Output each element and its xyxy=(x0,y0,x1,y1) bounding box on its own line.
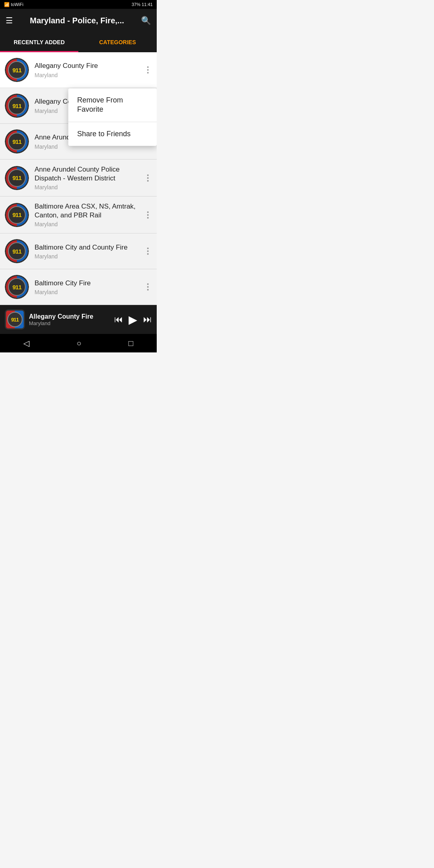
now-playing-text: Allegany County Fire Maryland xyxy=(29,313,110,326)
now-playing-title: Allegany County Fire xyxy=(29,313,110,320)
tab-categories[interactable]: CATEGORIES xyxy=(78,32,157,52)
status-left: 📶 toWiFi xyxy=(4,2,23,7)
item-text: Allegany County Fire Maryland xyxy=(35,61,144,78)
tab-categories-label: CATEGORIES xyxy=(99,39,136,45)
home-button[interactable]: ○ xyxy=(68,336,89,351)
share-friends-button[interactable]: Share to Friends xyxy=(68,122,157,146)
scanner-icon: 911 xyxy=(5,58,29,82)
nav-bar: ◁ ○ □ xyxy=(0,334,157,352)
play-button[interactable]: ▶ xyxy=(129,313,137,326)
signal-text: toWiFi xyxy=(11,2,23,7)
context-menu: Remove From Favorite Share to Friends xyxy=(68,88,157,146)
menu-icon[interactable]: ☰ xyxy=(6,16,13,25)
item-subtitle: Maryland xyxy=(35,72,144,78)
next-button[interactable]: ⏭ xyxy=(143,314,152,325)
scanner-list: 911 Allegany County Fire Maryland Remove… xyxy=(0,52,157,305)
tab-recently-added[interactable]: RECENTLY ADDED xyxy=(0,32,78,52)
now-playing-bar: 911 Allegany County Fire Maryland ⏮ ▶ ⏭ xyxy=(0,305,157,334)
wifi-icon: 📶 xyxy=(4,2,10,7)
more-options-button[interactable] xyxy=(144,63,152,77)
status-right-text: 37% 11:41 xyxy=(131,2,153,7)
status-bar: 📶 toWiFi 37% 11:41 xyxy=(0,0,157,9)
back-button[interactable]: ◁ xyxy=(15,335,37,351)
recent-apps-button[interactable]: □ xyxy=(120,336,141,351)
page-title: Maryland - Police, Fire,... xyxy=(18,16,135,25)
tab-recently-added-label: RECENTLY ADDED xyxy=(14,39,65,45)
playback-controls: ⏮ ▶ ⏭ xyxy=(114,313,152,326)
now-playing-subtitle: Maryland xyxy=(29,320,110,326)
search-icon[interactable]: 🔍 xyxy=(141,16,151,25)
now-playing-icon: 911 xyxy=(5,309,25,330)
tab-bar: RECENTLY ADDED CATEGORIES xyxy=(0,32,157,52)
remove-favorite-button[interactable]: Remove From Favorite xyxy=(68,88,157,122)
item-title: Allegany County Fire xyxy=(35,61,144,70)
status-right: 37% 11:41 xyxy=(131,2,153,7)
toolbar: ☰ Maryland - Police, Fire,... 🔍 xyxy=(0,9,157,32)
prev-button[interactable]: ⏮ xyxy=(114,314,123,325)
list-item[interactable]: 911 Allegany County Fire Maryland Remove… xyxy=(0,52,157,88)
